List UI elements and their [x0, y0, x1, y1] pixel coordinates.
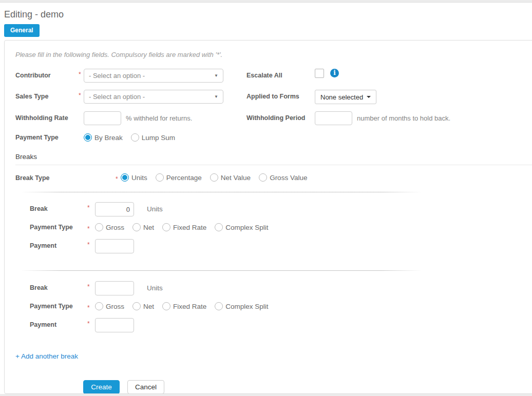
sales-type-field-group: Sales Type * - Select an option - ▼: [15, 90, 246, 104]
withholding-period-label: Withholding Period: [246, 111, 315, 122]
break-input[interactable]: [95, 202, 134, 216]
required-marker: *: [87, 281, 95, 290]
break-label: Break: [30, 202, 87, 212]
radio-circle-icon: [215, 223, 223, 231]
payment-input[interactable]: [95, 318, 134, 332]
radio-label: Complex Split: [225, 224, 268, 231]
radio-percentage[interactable]: Percentage: [156, 173, 202, 182]
radio-lump-sum[interactable]: Lump Sum: [131, 133, 175, 142]
info-icon[interactable]: i: [330, 69, 339, 77]
break-label: Break: [30, 281, 87, 291]
cancel-button[interactable]: Cancel: [127, 380, 164, 394]
radio-units[interactable]: Units: [121, 173, 147, 182]
row-payment-type: Payment Type By Break Lump Sum: [15, 133, 524, 142]
top-divider-bar: [0, 0, 532, 3]
withholding-period-suffix: number of months to hold back.: [357, 111, 450, 122]
break-payment-type-label: Payment Type: [30, 223, 87, 231]
break-type-label: Break Type: [15, 173, 116, 182]
withholding-rate-field-group: Withholding Rate % withheld for returns.: [15, 111, 246, 125]
break-row: Break * Units: [30, 281, 524, 295]
tab-general[interactable]: General: [4, 24, 40, 37]
radio-label: Fixed Rate: [173, 224, 206, 231]
break-block-1: Break * Units Payment Type * Gross Net F…: [15, 202, 524, 253]
radio-net[interactable]: Net: [132, 223, 154, 231]
required-marker: *: [87, 318, 95, 327]
withholding-rate-suffix: % withheld for returns.: [126, 111, 192, 122]
radio-circle-icon: [84, 133, 92, 142]
withholding-period-input[interactable]: [315, 111, 352, 125]
payment-type-field-group: Payment Type By Break Lump Sum: [15, 133, 246, 142]
radio-label: By Break: [94, 134, 123, 142]
radio-label: Gross: [106, 224, 124, 231]
escalate-all-checkbox[interactable]: [315, 69, 324, 78]
create-button[interactable]: Create: [83, 380, 120, 394]
break-input[interactable]: [95, 281, 134, 295]
break-unit-label: Units: [147, 202, 163, 213]
radio-circle-icon: [95, 302, 103, 310]
radio-complex-split[interactable]: Complex Split: [215, 302, 268, 310]
required-marker: *: [116, 173, 121, 183]
radio-net[interactable]: Net: [132, 302, 154, 310]
radio-circle-icon: [162, 302, 170, 310]
radio-label: Net Value: [221, 174, 251, 182]
contributor-select-value: - Select an option -: [89, 72, 145, 80]
radio-circle-icon: [162, 223, 170, 231]
bottom-divider-bar: [0, 394, 532, 396]
break-payment-type-row: Payment Type * Gross Net Fixed Rate Comp…: [30, 302, 524, 311]
breaks-section-heading: Breaks: [15, 153, 532, 165]
radio-gross[interactable]: Gross: [95, 223, 124, 231]
section-divider: [21, 192, 422, 192]
applied-to-forms-value: None selected: [320, 93, 363, 101]
payment-row: Payment *: [30, 318, 524, 332]
withholding-period-field-group: Withholding Period number of months to h…: [246, 111, 450, 125]
radio-fixed-rate[interactable]: Fixed Rate: [162, 223, 206, 231]
break-row: Break * Units: [30, 202, 524, 216]
radio-label: Percentage: [166, 174, 202, 182]
row-salestype-forms: Sales Type * - Select an option - ▼ Appl…: [15, 90, 524, 104]
payment-type-label: Payment Type: [15, 133, 79, 141]
radio-circle-icon: [121, 173, 129, 182]
radio-label: Lump Sum: [142, 134, 175, 142]
radio-label: Gross Value: [270, 174, 307, 182]
caret-down-icon: [367, 96, 371, 98]
add-another-break-link[interactable]: + Add another break: [15, 352, 78, 360]
row-contributor-escalate: Contributor * - Select an option - ▼ Esc…: [15, 69, 524, 83]
radio-circle-icon: [156, 173, 164, 182]
required-marker: *: [87, 302, 95, 311]
chevron-down-icon: ▼: [214, 94, 218, 99]
break-unit-label: Units: [147, 281, 163, 292]
radio-complex-split[interactable]: Complex Split: [215, 223, 268, 231]
contributor-select[interactable]: - Select an option - ▼: [84, 69, 223, 83]
chevron-down-icon: ▼: [214, 73, 218, 78]
applied-to-forms-dropdown[interactable]: None selected: [315, 90, 376, 104]
row-withholding: Withholding Rate % withheld for returns.…: [15, 111, 524, 125]
break-payment-type-row: Payment Type * Gross Net Fixed Rate Comp…: [30, 223, 524, 232]
radio-label: Net: [143, 303, 154, 310]
radio-gross[interactable]: Gross: [95, 302, 124, 310]
required-marker: *: [87, 223, 95, 232]
applied-to-forms-field-group: Applied to Forms None selected: [246, 90, 376, 104]
radio-circle-icon: [259, 173, 267, 182]
escalate-all-label: Escalate All: [246, 69, 315, 79]
payment-row: Payment *: [30, 239, 524, 253]
form-hint: Please fill in the following fields. Com…: [15, 51, 524, 58]
spacer: [79, 133, 84, 135]
action-buttons: Create Cancel: [83, 380, 524, 394]
withholding-rate-input[interactable]: [84, 111, 121, 125]
sales-type-select[interactable]: - Select an option - ▼: [84, 90, 223, 104]
radio-by-break[interactable]: By Break: [84, 133, 123, 142]
payment-input[interactable]: [95, 239, 134, 253]
withholding-rate-label: Withholding Rate: [15, 111, 79, 122]
radio-label: Gross: [106, 303, 124, 310]
radio-gross-value[interactable]: Gross Value: [259, 173, 307, 182]
radio-label: Fixed Rate: [173, 303, 206, 310]
required-marker: *: [79, 90, 84, 99]
spacer: [79, 111, 84, 113]
page-title: Editing - demo: [4, 9, 532, 20]
radio-circle-icon: [132, 223, 141, 231]
row-break-type: Break Type * Units Percentage Net Value …: [15, 173, 524, 183]
radio-net-value[interactable]: Net Value: [210, 173, 251, 182]
radio-circle-icon: [215, 302, 223, 310]
radio-fixed-rate[interactable]: Fixed Rate: [162, 302, 206, 310]
radio-circle-icon: [210, 173, 218, 182]
